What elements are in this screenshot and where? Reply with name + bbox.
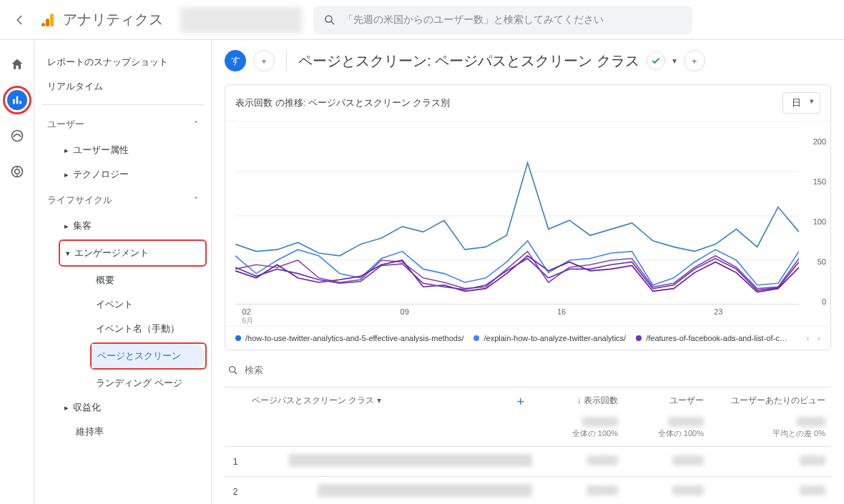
x-axis-labels: 026月091623 [225,307,830,326]
search-icon [227,365,239,376]
chart-legend: /how-to-use-twitter-analytics-and-5-effe… [225,326,830,350]
table-search-input[interactable] [245,360,388,380]
app-name: アナリティクス [63,10,163,29]
svg-point-15 [230,366,235,372]
chart-area: 0 50 100 150 200 [225,122,830,307]
property-selector-blurred[interactable] [180,7,302,33]
chevron-right-icon: ▸ [64,222,69,231]
col-users[interactable]: ユーザー [624,387,710,417]
data-table: ページパスとスクリーン クラス ▾ + 表示回数 ユーザー ユーザーあたりのビュ… [225,387,831,504]
table-section: ページパスとスクリーン クラス ▾ + 表示回数 ユーザー ユーザーあたりのビュ… [225,360,831,504]
left-rail [0,40,34,504]
chart-title: 表示回数 の推移: ページパスとスクリーン クラス別 [235,97,450,109]
separator [286,51,287,71]
nav-technology[interactable]: ▸テクノロジー [59,162,207,187]
legend-next-icon[interactable]: › [818,334,820,342]
add-segment-button[interactable]: + [253,50,275,71]
sidebar: レポートのスナップショット リアルタイム ユーザー ˄ ▸ユーザー属性 ▸テクノ… [34,40,212,504]
page-title: ページとスクリーン: ページパスとスクリーン クラス [298,51,639,71]
main-content: す + ページとスクリーン: ページパスとスクリーン クラス ▾ + 表示回数 … [212,40,844,504]
segment-chip[interactable]: す [225,50,246,71]
svg-rect-4 [13,99,15,104]
svg-point-7 [11,131,22,142]
search-bar[interactable]: 「先週の米国からのユーザー数」と検索してみてください [313,6,692,34]
nav-overview[interactable]: 概要 [90,268,207,292]
search-icon [323,14,336,26]
nav-section-lifecycle[interactable]: ライフサイクル ˄ [39,187,207,214]
add-dimension-button[interactable]: + [517,395,525,409]
chevron-right-icon: ▸ [64,170,69,179]
add-comparison-button[interactable]: + [684,50,705,71]
dimension-header[interactable]: ページパスとスクリーン クラス ▾ [246,387,504,417]
search-placeholder: 「先週の米国からのユーザー数」と検索してみてください [343,14,604,26]
nav-engagement[interactable]: ▾エンゲージメント [60,241,205,265]
analytics-logo-icon [40,11,57,29]
nav-event-manual[interactable]: イベント名（手動） [90,317,207,341]
rail-reports-icon[interactable] [7,90,27,110]
nav-pages-screens[interactable]: ページとスクリーン [92,344,205,368]
legend-item[interactable]: /how-to-use-twitter-analytics-and-5-effe… [235,334,463,342]
table-row[interactable]: 1 [225,447,831,477]
svg-point-2 [41,23,45,26]
status-chip[interactable] [647,51,665,70]
nav-retention[interactable]: 維持率 [59,420,207,444]
chevron-up-icon: ˄ [194,120,198,129]
svg-point-3 [325,16,332,22]
chevron-up-icon: ˄ [194,196,198,205]
nav-user-attributes[interactable]: ▸ユーザー属性 [59,138,207,162]
y-tick: 50 [818,257,826,266]
table-row[interactable]: 2 [225,477,831,505]
nav-landing[interactable]: ランディング ページ [90,371,207,395]
table-search [225,360,831,387]
rail-home-icon[interactable] [7,54,27,74]
nav-section-user[interactable]: ユーザー ˄ [39,111,207,138]
nav-monetization[interactable]: ▸収益化 [59,395,207,420]
line-chart [235,127,799,305]
col-views[interactable]: 表示回数 [538,387,624,417]
svg-point-9 [14,169,19,174]
svg-rect-5 [16,97,18,104]
chevron-right-icon: ▸ [64,403,69,412]
svg-rect-0 [50,14,54,26]
y-tick: 100 [813,217,826,226]
legend-item[interactable]: /explain-how-to-analyze-twitter-analytic… [473,334,626,342]
svg-rect-1 [46,19,49,26]
chevron-right-icon: ▸ [64,146,69,155]
legend-prev-icon[interactable]: ‹ [807,334,810,342]
chevron-down-icon: ▾ [66,249,70,258]
nav-acquisition[interactable]: ▸集客 [59,214,207,238]
nav-events[interactable]: イベント [90,292,207,317]
rail-explore-icon[interactable] [7,126,27,146]
y-tick: 200 [813,137,826,146]
legend-item[interactable]: /features-of-facebook-ads-and-list-of-c… [636,334,787,342]
granularity-select[interactable]: 日 [782,92,820,114]
y-tick: 150 [813,177,826,186]
chevron-down-icon[interactable]: ▾ [672,56,677,66]
svg-rect-6 [19,101,21,104]
back-button[interactable] [11,11,29,29]
nav-divider [41,104,204,105]
nav-realtime[interactable]: リアルタイム [39,74,207,99]
app-logo: アナリティクス [40,10,163,29]
nav-snapshot[interactable]: レポートのスナップショット [39,50,207,74]
y-tick: 0 [822,297,826,306]
page-header: す + ページとスクリーン: ページパスとスクリーン クラス ▾ + [225,50,831,71]
rail-advertising-icon[interactable] [7,162,27,182]
col-views-per-user[interactable]: ユーザーあたりのビュー [710,387,831,417]
topbar: アナリティクス 「先週の米国からのユーザー数」と検索してみてください [0,0,844,40]
chart-card: 表示回数 の推移: ページパスとスクリーン クラス別 日 0 50 100 15… [225,84,831,350]
